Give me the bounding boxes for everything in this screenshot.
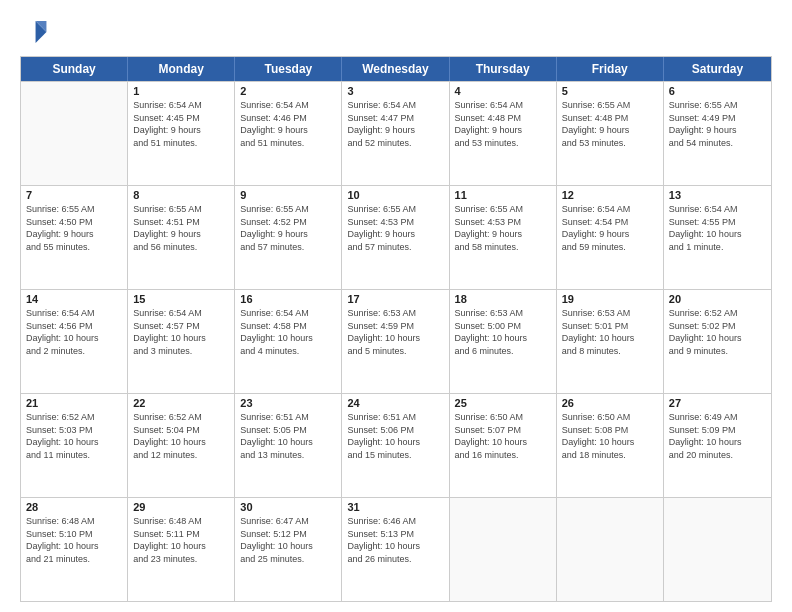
day-number: 16 <box>240 293 336 305</box>
day-info: Sunrise: 6:47 AM Sunset: 5:12 PM Dayligh… <box>240 515 336 565</box>
day-number: 9 <box>240 189 336 201</box>
calendar-cell: 2Sunrise: 6:54 AM Sunset: 4:46 PM Daylig… <box>235 82 342 185</box>
calendar-cell: 6Sunrise: 6:55 AM Sunset: 4:49 PM Daylig… <box>664 82 771 185</box>
day-info: Sunrise: 6:50 AM Sunset: 5:08 PM Dayligh… <box>562 411 658 461</box>
calendar-row: 1Sunrise: 6:54 AM Sunset: 4:45 PM Daylig… <box>21 81 771 185</box>
day-number: 28 <box>26 501 122 513</box>
calendar-cell: 12Sunrise: 6:54 AM Sunset: 4:54 PM Dayli… <box>557 186 664 289</box>
day-number: 26 <box>562 397 658 409</box>
calendar-row: 14Sunrise: 6:54 AM Sunset: 4:56 PM Dayli… <box>21 289 771 393</box>
calendar-cell: 15Sunrise: 6:54 AM Sunset: 4:57 PM Dayli… <box>128 290 235 393</box>
day-info: Sunrise: 6:54 AM Sunset: 4:45 PM Dayligh… <box>133 99 229 149</box>
day-info: Sunrise: 6:54 AM Sunset: 4:55 PM Dayligh… <box>669 203 766 253</box>
day-number: 23 <box>240 397 336 409</box>
calendar-cell: 27Sunrise: 6:49 AM Sunset: 5:09 PM Dayli… <box>664 394 771 497</box>
calendar-cell: 17Sunrise: 6:53 AM Sunset: 4:59 PM Dayli… <box>342 290 449 393</box>
day-info: Sunrise: 6:52 AM Sunset: 5:02 PM Dayligh… <box>669 307 766 357</box>
day-info: Sunrise: 6:52 AM Sunset: 5:03 PM Dayligh… <box>26 411 122 461</box>
day-info: Sunrise: 6:50 AM Sunset: 5:07 PM Dayligh… <box>455 411 551 461</box>
calendar-row: 7Sunrise: 6:55 AM Sunset: 4:50 PM Daylig… <box>21 185 771 289</box>
day-info: Sunrise: 6:53 AM Sunset: 5:01 PM Dayligh… <box>562 307 658 357</box>
calendar-header-cell: Wednesday <box>342 57 449 81</box>
calendar-cell: 10Sunrise: 6:55 AM Sunset: 4:53 PM Dayli… <box>342 186 449 289</box>
day-number: 27 <box>669 397 766 409</box>
calendar-body: 1Sunrise: 6:54 AM Sunset: 4:45 PM Daylig… <box>21 81 771 601</box>
calendar-cell: 9Sunrise: 6:55 AM Sunset: 4:52 PM Daylig… <box>235 186 342 289</box>
calendar-cell <box>557 498 664 601</box>
day-number: 24 <box>347 397 443 409</box>
calendar-row: 28Sunrise: 6:48 AM Sunset: 5:10 PM Dayli… <box>21 497 771 601</box>
day-info: Sunrise: 6:55 AM Sunset: 4:50 PM Dayligh… <box>26 203 122 253</box>
calendar-header-cell: Thursday <box>450 57 557 81</box>
day-info: Sunrise: 6:54 AM Sunset: 4:54 PM Dayligh… <box>562 203 658 253</box>
day-info: Sunrise: 6:54 AM Sunset: 4:56 PM Dayligh… <box>26 307 122 357</box>
day-info: Sunrise: 6:55 AM Sunset: 4:48 PM Dayligh… <box>562 99 658 149</box>
calendar-cell: 20Sunrise: 6:52 AM Sunset: 5:02 PM Dayli… <box>664 290 771 393</box>
day-number: 19 <box>562 293 658 305</box>
calendar-cell: 28Sunrise: 6:48 AM Sunset: 5:10 PM Dayli… <box>21 498 128 601</box>
day-info: Sunrise: 6:48 AM Sunset: 5:11 PM Dayligh… <box>133 515 229 565</box>
day-info: Sunrise: 6:52 AM Sunset: 5:04 PM Dayligh… <box>133 411 229 461</box>
day-number: 11 <box>455 189 551 201</box>
calendar-cell <box>21 82 128 185</box>
calendar-cell: 30Sunrise: 6:47 AM Sunset: 5:12 PM Dayli… <box>235 498 342 601</box>
day-number: 2 <box>240 85 336 97</box>
calendar-cell: 1Sunrise: 6:54 AM Sunset: 4:45 PM Daylig… <box>128 82 235 185</box>
header <box>20 18 772 46</box>
calendar-cell: 11Sunrise: 6:55 AM Sunset: 4:53 PM Dayli… <box>450 186 557 289</box>
calendar-header-cell: Tuesday <box>235 57 342 81</box>
day-number: 15 <box>133 293 229 305</box>
calendar-cell <box>664 498 771 601</box>
page: SundayMondayTuesdayWednesdayThursdayFrid… <box>0 0 792 612</box>
calendar-cell: 22Sunrise: 6:52 AM Sunset: 5:04 PM Dayli… <box>128 394 235 497</box>
calendar-cell: 16Sunrise: 6:54 AM Sunset: 4:58 PM Dayli… <box>235 290 342 393</box>
day-info: Sunrise: 6:54 AM Sunset: 4:57 PM Dayligh… <box>133 307 229 357</box>
calendar-header-cell: Sunday <box>21 57 128 81</box>
calendar-header: SundayMondayTuesdayWednesdayThursdayFrid… <box>21 57 771 81</box>
day-number: 5 <box>562 85 658 97</box>
calendar-cell: 29Sunrise: 6:48 AM Sunset: 5:11 PM Dayli… <box>128 498 235 601</box>
logo-icon <box>20 18 48 46</box>
calendar-cell: 21Sunrise: 6:52 AM Sunset: 5:03 PM Dayli… <box>21 394 128 497</box>
day-info: Sunrise: 6:54 AM Sunset: 4:48 PM Dayligh… <box>455 99 551 149</box>
day-number: 6 <box>669 85 766 97</box>
day-number: 22 <box>133 397 229 409</box>
calendar: SundayMondayTuesdayWednesdayThursdayFrid… <box>20 56 772 602</box>
calendar-cell: 13Sunrise: 6:54 AM Sunset: 4:55 PM Dayli… <box>664 186 771 289</box>
day-number: 30 <box>240 501 336 513</box>
day-number: 12 <box>562 189 658 201</box>
day-number: 10 <box>347 189 443 201</box>
logo <box>20 18 52 46</box>
day-number: 29 <box>133 501 229 513</box>
day-info: Sunrise: 6:51 AM Sunset: 5:05 PM Dayligh… <box>240 411 336 461</box>
day-info: Sunrise: 6:53 AM Sunset: 5:00 PM Dayligh… <box>455 307 551 357</box>
day-number: 7 <box>26 189 122 201</box>
day-info: Sunrise: 6:51 AM Sunset: 5:06 PM Dayligh… <box>347 411 443 461</box>
calendar-cell: 3Sunrise: 6:54 AM Sunset: 4:47 PM Daylig… <box>342 82 449 185</box>
day-number: 25 <box>455 397 551 409</box>
day-number: 1 <box>133 85 229 97</box>
calendar-cell: 14Sunrise: 6:54 AM Sunset: 4:56 PM Dayli… <box>21 290 128 393</box>
day-info: Sunrise: 6:55 AM Sunset: 4:51 PM Dayligh… <box>133 203 229 253</box>
day-info: Sunrise: 6:53 AM Sunset: 4:59 PM Dayligh… <box>347 307 443 357</box>
calendar-cell: 7Sunrise: 6:55 AM Sunset: 4:50 PM Daylig… <box>21 186 128 289</box>
calendar-header-cell: Saturday <box>664 57 771 81</box>
day-info: Sunrise: 6:55 AM Sunset: 4:52 PM Dayligh… <box>240 203 336 253</box>
calendar-row: 21Sunrise: 6:52 AM Sunset: 5:03 PM Dayli… <box>21 393 771 497</box>
calendar-cell: 26Sunrise: 6:50 AM Sunset: 5:08 PM Dayli… <box>557 394 664 497</box>
day-number: 14 <box>26 293 122 305</box>
calendar-cell: 4Sunrise: 6:54 AM Sunset: 4:48 PM Daylig… <box>450 82 557 185</box>
day-number: 31 <box>347 501 443 513</box>
day-number: 20 <box>669 293 766 305</box>
calendar-header-cell: Monday <box>128 57 235 81</box>
day-info: Sunrise: 6:55 AM Sunset: 4:53 PM Dayligh… <box>455 203 551 253</box>
calendar-cell <box>450 498 557 601</box>
day-number: 13 <box>669 189 766 201</box>
day-number: 18 <box>455 293 551 305</box>
day-number: 3 <box>347 85 443 97</box>
day-number: 21 <box>26 397 122 409</box>
calendar-cell: 18Sunrise: 6:53 AM Sunset: 5:00 PM Dayli… <box>450 290 557 393</box>
calendar-cell: 23Sunrise: 6:51 AM Sunset: 5:05 PM Dayli… <box>235 394 342 497</box>
day-number: 4 <box>455 85 551 97</box>
calendar-cell: 5Sunrise: 6:55 AM Sunset: 4:48 PM Daylig… <box>557 82 664 185</box>
